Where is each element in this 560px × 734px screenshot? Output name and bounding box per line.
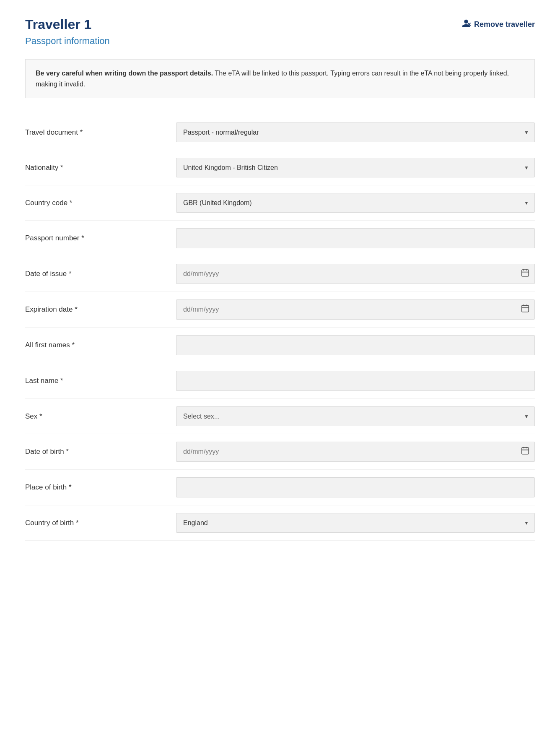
expiration-date-control bbox=[176, 299, 535, 320]
nationality-select-wrapper[interactable]: United Kingdom - British Citizen bbox=[176, 158, 535, 177]
traveller-title: Traveller 1 bbox=[25, 17, 91, 32]
date-of-birth-wrapper[interactable] bbox=[176, 442, 535, 462]
all-first-names-input[interactable] bbox=[176, 335, 535, 355]
passport-number-row: Passport number * bbox=[25, 221, 535, 256]
remove-traveller-button[interactable]: Remove traveller bbox=[461, 19, 535, 30]
date-of-birth-input[interactable] bbox=[176, 442, 535, 462]
country-of-birth-select-wrapper[interactable]: England bbox=[176, 513, 535, 533]
place-of-birth-row: Place of birth * bbox=[25, 470, 535, 505]
date-of-issue-input[interactable] bbox=[176, 264, 535, 284]
warning-bold-text: Be very careful when writing down the pa… bbox=[36, 70, 213, 77]
country-code-select[interactable]: GBR (United Kingdom) bbox=[176, 193, 535, 213]
place-of-birth-label: Place of birth * bbox=[25, 483, 176, 492]
passport-number-input[interactable] bbox=[176, 228, 535, 248]
last-name-row: Last name * bbox=[25, 363, 535, 399]
nationality-select[interactable]: United Kingdom - British Citizen bbox=[176, 158, 535, 177]
country-of-birth-label: Country of birth * bbox=[25, 519, 176, 527]
sex-select-wrapper[interactable]: Select sex... Male Female Other bbox=[176, 406, 535, 426]
passport-number-label: Passport number * bbox=[25, 234, 176, 242]
country-of-birth-row: Country of birth * England bbox=[25, 505, 535, 541]
date-of-birth-label: Date of birth * bbox=[25, 448, 176, 456]
country-code-select-wrapper[interactable]: GBR (United Kingdom) bbox=[176, 193, 535, 213]
all-first-names-control bbox=[176, 335, 535, 355]
travel-document-select-wrapper[interactable]: Passport - normal/regular bbox=[176, 122, 535, 142]
country-code-row: Country code * GBR (United Kingdom) bbox=[25, 185, 535, 221]
section-title: Passport information bbox=[25, 36, 535, 47]
sex-select[interactable]: Select sex... Male Female Other bbox=[176, 406, 535, 426]
sex-row: Sex * Select sex... Male Female Other bbox=[25, 399, 535, 434]
nationality-label: Nationality * bbox=[25, 164, 176, 172]
last-name-input[interactable] bbox=[176, 371, 535, 391]
date-of-issue-row: Date of issue * bbox=[25, 256, 535, 292]
form-container: Travel document * Passport - normal/regu… bbox=[25, 115, 535, 541]
header-row: Traveller 1 Remove traveller bbox=[25, 17, 535, 32]
all-first-names-label: All first names * bbox=[25, 341, 176, 349]
remove-traveller-icon bbox=[461, 19, 471, 30]
country-of-birth-select[interactable]: England bbox=[176, 513, 535, 533]
remove-traveller-label: Remove traveller bbox=[474, 20, 535, 29]
place-of-birth-control bbox=[176, 477, 535, 497]
last-name-control bbox=[176, 371, 535, 391]
all-first-names-row: All first names * bbox=[25, 328, 535, 363]
nationality-control: United Kingdom - British Citizen bbox=[176, 158, 535, 177]
place-of-birth-input[interactable] bbox=[176, 477, 535, 497]
travel-document-select[interactable]: Passport - normal/regular bbox=[176, 122, 535, 142]
date-of-issue-control bbox=[176, 264, 535, 284]
sex-label: Sex * bbox=[25, 412, 176, 421]
travel-document-control: Passport - normal/regular bbox=[176, 122, 535, 142]
warning-box: Be very careful when writing down the pa… bbox=[25, 59, 535, 98]
date-of-issue-wrapper[interactable] bbox=[176, 264, 535, 284]
date-of-birth-control bbox=[176, 442, 535, 462]
country-code-label: Country code * bbox=[25, 199, 176, 207]
expiration-date-wrapper[interactable] bbox=[176, 299, 535, 320]
passport-number-control bbox=[176, 228, 535, 248]
travel-document-label: Travel document * bbox=[25, 128, 176, 137]
last-name-label: Last name * bbox=[25, 377, 176, 385]
sex-control: Select sex... Male Female Other bbox=[176, 406, 535, 426]
expiration-date-row: Expiration date * bbox=[25, 292, 535, 328]
expiration-date-input[interactable] bbox=[176, 299, 535, 320]
country-code-control: GBR (United Kingdom) bbox=[176, 193, 535, 213]
expiration-date-label: Expiration date * bbox=[25, 305, 176, 314]
date-of-birth-row: Date of birth * bbox=[25, 434, 535, 470]
country-of-birth-control: England bbox=[176, 513, 535, 533]
travel-document-row: Travel document * Passport - normal/regu… bbox=[25, 115, 535, 150]
nationality-row: Nationality * United Kingdom - British C… bbox=[25, 150, 535, 185]
date-of-issue-label: Date of issue * bbox=[25, 270, 176, 278]
